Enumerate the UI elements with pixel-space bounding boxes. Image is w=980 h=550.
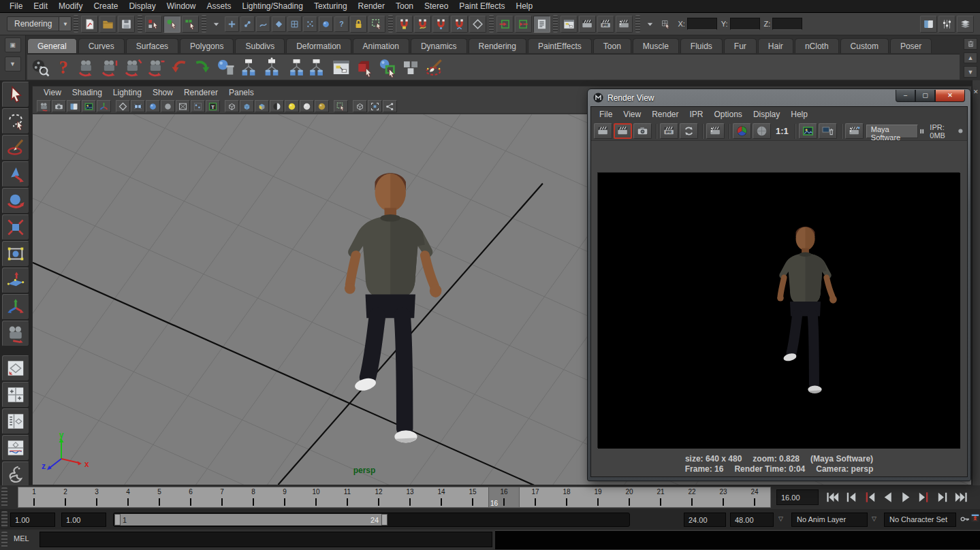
render-view-menu-item[interactable]: Render	[646, 108, 684, 121]
timeline-frame[interactable]: 16 16	[488, 487, 520, 507]
wireframe-icon[interactable]	[116, 100, 130, 112]
make-live-icon[interactable]	[469, 16, 486, 33]
character-set-menu-icon[interactable]: ▽	[872, 515, 876, 522]
camera-tilt-icon[interactable]	[121, 56, 144, 79]
timeline-frame[interactable]: 22	[676, 487, 708, 507]
camera-track-icon[interactable]	[144, 56, 168, 79]
playback-start-field[interactable]	[61, 513, 106, 527]
quick-select-icon[interactable]	[659, 16, 673, 32]
poly-cube-icon[interactable]	[353, 56, 376, 79]
mask-surfaces-icon[interactable]	[272, 16, 286, 32]
show-attribute-editor-icon[interactable]	[920, 16, 937, 33]
animation-start-field[interactable]	[10, 513, 55, 527]
render-frame-icon[interactable]	[594, 123, 612, 139]
coordinate-input[interactable]	[772, 18, 802, 30]
timeline-frame[interactable]: 6	[175, 487, 206, 507]
step-forward-frame-icon[interactable]	[934, 489, 952, 506]
shaded-cube-icon[interactable]	[240, 100, 254, 112]
select-tool-icon[interactable]	[2, 82, 29, 108]
show-manipulator-icon[interactable]	[2, 294, 29, 320]
animation-end-field[interactable]	[730, 513, 774, 527]
layout-four-pane-icon[interactable]	[2, 382, 29, 408]
step-back-key-icon[interactable]	[860, 489, 879, 506]
menu-item[interactable]: Render	[353, 0, 390, 13]
select-component-icon[interactable]	[182, 16, 199, 33]
timeline-frame[interactable]: 4	[112, 487, 144, 507]
isolate-select-icon[interactable]	[334, 100, 348, 112]
snapshot-icon[interactable]	[633, 123, 652, 139]
move-tool-icon[interactable]	[2, 161, 29, 187]
flat-shade-icon[interactable]	[161, 100, 175, 112]
dragon-icon[interactable]	[2, 462, 29, 487]
range-end-handle[interactable]	[381, 514, 388, 525]
rotate-tool-icon[interactable]	[2, 188, 29, 214]
keep-image-icon[interactable]	[799, 123, 817, 139]
mask-rendering-icon[interactable]	[319, 16, 333, 32]
timeline-frame[interactable]: 1	[18, 487, 50, 507]
paint-select-tool-icon[interactable]	[2, 135, 29, 161]
frame-object-icon[interactable]	[368, 100, 382, 112]
share-panel-icon[interactable]	[383, 100, 397, 112]
render-current-frame-icon[interactable]	[579, 16, 596, 33]
timeline-frame[interactable]: 17	[520, 487, 551, 507]
panel-menu-item[interactable]: Show	[147, 86, 178, 99]
mask-dynamics-icon[interactable]	[303, 16, 317, 32]
image-plane-icon[interactable]	[82, 100, 96, 112]
input-connections-icon[interactable]	[496, 16, 513, 33]
row-drag-handle[interactable]	[1, 511, 7, 528]
shelf-tab[interactable]: Curves	[78, 38, 125, 53]
timeline-frame[interactable]: 2	[50, 487, 81, 507]
timeline-frame[interactable]: 19	[582, 487, 614, 507]
row-drag-handle[interactable]	[1, 487, 7, 507]
use-all-lights-icon[interactable]	[270, 100, 284, 112]
select-camera-icon[interactable]	[37, 100, 51, 112]
menu-item[interactable]: Help	[511, 0, 539, 13]
mask-collapse-icon[interactable]	[209, 16, 223, 32]
shelf-tab[interactable]: Poser	[890, 38, 932, 53]
renderer-select-button[interactable]: Maya Software	[866, 125, 918, 138]
panel-menu-item[interactable]: Lighting	[108, 86, 147, 99]
render-view-menu-item[interactable]: Options	[709, 108, 748, 121]
open-render-view-icon[interactable]	[560, 16, 578, 33]
undo-icon[interactable]	[168, 56, 191, 79]
go-to-start-icon[interactable]	[823, 489, 842, 506]
menu-set-dropdown[interactable]: Rendering ▼	[7, 16, 72, 31]
timeline-frame[interactable]: 23	[708, 487, 739, 507]
timeline-frame[interactable]: 9	[269, 487, 300, 507]
hypergraph-node-icon-1[interactable]	[237, 56, 260, 79]
panel-menu-item[interactable]: Shading	[67, 86, 108, 99]
command-input[interactable]	[39, 532, 492, 547]
shelf-tab[interactable]: Dynamics	[411, 38, 467, 53]
lasso-tool-icon[interactable]	[2, 108, 29, 134]
render-view-titlebar[interactable]: Render View – ▢ ✕	[588, 89, 970, 106]
shelf-tab[interactable]: Custom	[840, 38, 889, 53]
help-icon[interactable]	[52, 56, 75, 79]
shelf-tab[interactable]: PaintEffects	[528, 38, 592, 53]
render-view-menu-item[interactable]: Help	[785, 108, 813, 121]
camera-attributes-icon[interactable]	[52, 100, 66, 112]
shelf-tab-selector-icon[interactable]: ▣	[5, 37, 21, 52]
render-settings-icon[interactable]	[845, 123, 864, 139]
region-render-icon[interactable]	[706, 123, 725, 139]
shelf-tab[interactable]: Rendering	[469, 38, 526, 53]
pan-zoom-icon[interactable]	[97, 100, 111, 112]
lock-selection-icon[interactable]	[350, 16, 367, 33]
construction-history-icon[interactable]	[533, 16, 550, 33]
textured-cube-icon[interactable]	[255, 100, 269, 112]
shelf-tab[interactable]: Hair	[758, 38, 793, 53]
mask-joints-icon[interactable]	[240, 16, 255, 32]
camera-pan-icon[interactable]	[98, 56, 121, 79]
ipr-render-icon[interactable]	[597, 16, 614, 33]
light-gold-icon[interactable]	[315, 100, 329, 112]
timeline-frame[interactable]: 15	[457, 487, 488, 507]
go-to-end-icon[interactable]	[952, 489, 970, 506]
mask-handles-icon[interactable]	[225, 16, 239, 32]
rendered-image[interactable]	[597, 172, 960, 448]
shelf-tab[interactable]: Surfaces	[126, 38, 178, 53]
layout-pane-graph-icon[interactable]	[2, 435, 29, 461]
timeline-frame[interactable]: 11	[332, 487, 363, 507]
row-drag-handle[interactable]	[1, 532, 7, 548]
shelf-tab[interactable]: Subdivs	[235, 38, 285, 53]
rgb-channels-icon[interactable]	[733, 123, 751, 139]
bounding-box-icon[interactable]	[176, 100, 190, 112]
